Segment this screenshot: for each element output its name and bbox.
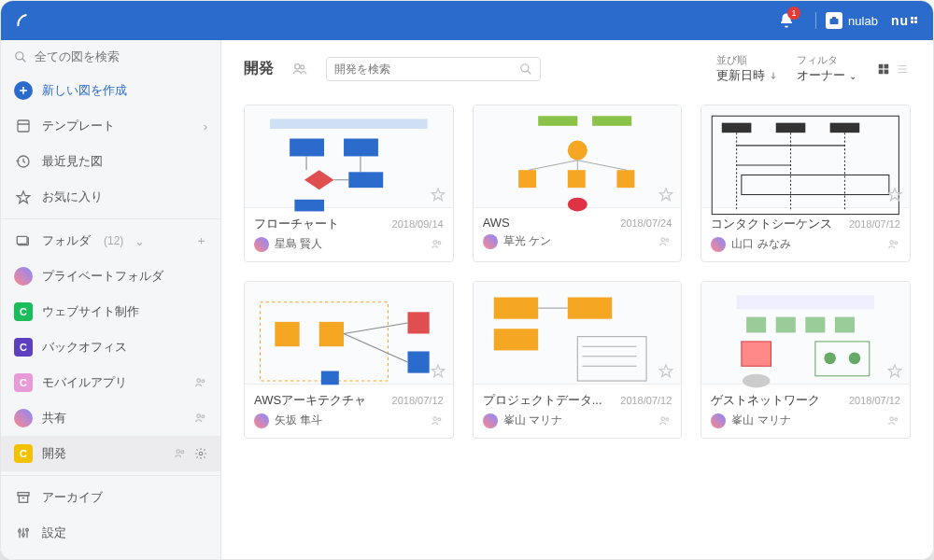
global-search[interactable] xyxy=(1,40,220,73)
svg-rect-54 xyxy=(538,116,577,126)
card-members-icon[interactable] xyxy=(887,238,900,251)
card-members-icon[interactable] xyxy=(658,235,672,248)
diagram-thumbnail xyxy=(474,282,682,385)
sidebar-folder-item[interactable]: Cバックオフィス xyxy=(1,329,220,365)
svg-rect-76 xyxy=(742,175,889,194)
favorite-star-button[interactable] xyxy=(887,363,902,378)
create-diagram-button[interactable]: ＋ 新しい図を作成 xyxy=(1,73,220,108)
sidebar-folder-item[interactable]: プライベートフォルダ xyxy=(1,259,220,294)
favorite-star-button[interactable] xyxy=(887,187,902,202)
favorite-star-button[interactable] xyxy=(658,363,673,378)
grid-view-button[interactable] xyxy=(875,61,892,77)
svg-point-30 xyxy=(295,63,300,68)
diagram-card[interactable]: フローチャート2018/09/14星島 賢人 xyxy=(244,105,454,262)
card-members-icon[interactable] xyxy=(658,414,672,427)
favorite-star-button[interactable] xyxy=(431,363,446,378)
filter-value: オーナー xyxy=(797,67,845,84)
diagram-card[interactable]: コンタクトシーケンス2018/07/12山口 みなみ xyxy=(700,105,911,262)
svg-point-78 xyxy=(890,240,894,244)
folder-search[interactable] xyxy=(326,57,541,81)
svg-line-7 xyxy=(22,58,26,62)
sidebar: ＋ 新しい図を作成 テンプレート › 最近見た図 お気に入り フォルダ (12) xyxy=(1,40,221,559)
sidebar-folder-item[interactable]: C開発 xyxy=(1,436,220,471)
card-date: 2018/09/14 xyxy=(392,218,444,230)
svg-marker-45 xyxy=(304,170,334,189)
svg-rect-38 xyxy=(884,69,889,74)
svg-rect-43 xyxy=(290,138,324,156)
notification-badge: 1 xyxy=(787,7,800,20)
filter-dropdown[interactable]: フィルタ オーナー⌄ xyxy=(797,53,856,84)
sidebar-folder-item[interactable]: Cモバイルアプリ xyxy=(1,365,220,400)
nav-folders-label: フォルダ xyxy=(42,232,91,249)
folders-count: (12) xyxy=(104,234,123,247)
sidebar-folder-item[interactable]: 共有 xyxy=(1,400,220,436)
svg-rect-5 xyxy=(914,21,917,23)
svg-line-85 xyxy=(344,323,407,334)
add-folder-button[interactable]: ＋ xyxy=(195,232,207,249)
global-search-input[interactable] xyxy=(35,49,207,63)
nulab-account-button[interactable]: nulab xyxy=(826,12,878,29)
svg-point-32 xyxy=(521,63,529,71)
diagram-card[interactable]: AWS2018/07/24草光 ケン xyxy=(473,105,683,262)
card-members-icon[interactable] xyxy=(431,414,444,427)
svg-rect-59 xyxy=(616,170,634,188)
shared-icon xyxy=(194,376,207,389)
svg-rect-83 xyxy=(408,312,430,333)
svg-rect-102 xyxy=(737,295,874,309)
svg-rect-91 xyxy=(493,298,537,319)
star-icon xyxy=(14,188,33,206)
search-icon xyxy=(519,63,532,76)
svg-rect-104 xyxy=(776,317,796,333)
sort-value: 更新日時 xyxy=(716,67,765,84)
svg-point-65 xyxy=(661,237,665,240)
gear-icon[interactable] xyxy=(194,447,207,460)
card-owner: 矢坂 隼斗 xyxy=(275,413,322,428)
list-view-button[interactable] xyxy=(894,61,911,77)
svg-rect-8 xyxy=(18,120,29,132)
svg-point-14 xyxy=(197,379,201,383)
svg-line-33 xyxy=(528,70,531,74)
svg-point-66 xyxy=(666,238,669,241)
members-icon[interactable] xyxy=(292,62,307,77)
nav-archive[interactable]: アーカイブ xyxy=(1,480,220,515)
diagram-card[interactable]: プロジェクトデータ...2018/07/12峯山 マリナ xyxy=(473,281,683,439)
folder-label: ウェブサイト制作 xyxy=(42,303,139,320)
card-members-icon[interactable] xyxy=(887,414,900,427)
svg-rect-84 xyxy=(408,351,430,372)
svg-rect-105 xyxy=(806,317,826,333)
diagram-card[interactable]: ゲストネットワーク2018/07/12峯山 マリナ xyxy=(700,281,911,439)
nav-folders-header[interactable]: フォルダ (12) ⌄ ＋ xyxy=(1,223,220,259)
nav-settings[interactable]: 設定 xyxy=(1,515,220,551)
nav-archive-label: アーカイブ xyxy=(42,489,103,506)
nav-recent[interactable]: 最近見た図 xyxy=(1,144,220,179)
app-logo-icon xyxy=(14,12,31,29)
chevron-down-icon: ⌄ xyxy=(849,71,856,81)
svg-rect-44 xyxy=(344,138,378,156)
sort-dropdown[interactable]: 並び順 更新日時 xyxy=(716,53,778,84)
archive-icon xyxy=(14,488,33,507)
card-members-icon[interactable] xyxy=(431,238,444,251)
svg-rect-81 xyxy=(275,322,299,346)
page-title: 開発 xyxy=(244,59,274,78)
nav-templates[interactable]: テンプレート › xyxy=(1,108,220,144)
favorite-star-button[interactable] xyxy=(431,187,446,202)
card-owner: 峯山 マリナ xyxy=(503,413,562,428)
folder-color-badge: C xyxy=(14,373,33,392)
sidebar-folder-item[interactable]: Cウェブサイト制作 xyxy=(1,294,220,329)
folder-label: バックオフィス xyxy=(42,339,127,356)
svg-marker-88 xyxy=(432,365,444,377)
diagram-card[interactable]: AWSアーキテクチャ2018/07/12矢坂 隼斗 xyxy=(244,281,454,439)
svg-point-113 xyxy=(890,416,894,420)
nav-favorites[interactable]: お気に入り xyxy=(1,179,220,215)
folder-search-input[interactable] xyxy=(334,63,514,76)
nav-templates-label: テンプレート xyxy=(42,118,115,134)
notifications-button[interactable]: 1 xyxy=(778,12,795,29)
svg-marker-99 xyxy=(660,365,672,377)
app-window: 1 nulab nu ＋ 新しい図を作成 テンプレート › xyxy=(0,0,934,560)
svg-rect-107 xyxy=(742,342,771,366)
favorite-star-button[interactable] xyxy=(658,187,673,202)
svg-rect-70 xyxy=(830,123,860,133)
owner-avatar xyxy=(254,413,269,428)
svg-point-29 xyxy=(26,528,29,531)
svg-point-53 xyxy=(438,241,441,244)
